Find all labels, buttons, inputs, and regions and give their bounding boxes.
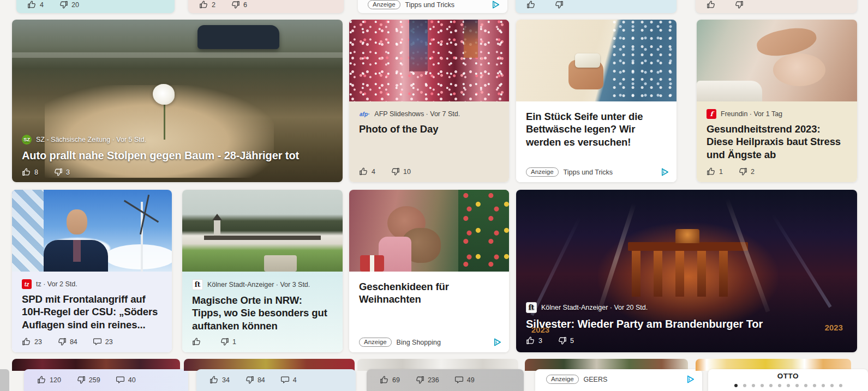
carousel-dot[interactable]	[804, 384, 807, 387]
article-title[interactable]: Photo of the Day	[359, 123, 499, 135]
ad-body: Geschenkideen für Weihnachten Anzeige Bi…	[349, 272, 509, 352]
like-button[interactable]	[526, 0, 539, 9]
source-text: tz · Vor 2 Std.	[36, 280, 77, 288]
publisher-logo-freundin: f	[707, 109, 716, 119]
carousel-dot[interactable]	[839, 384, 842, 387]
like-button[interactable]: 8	[22, 167, 38, 177]
news-card-nrw[interactable]: ſt Kölner Stadt-Anzeiger · Vor 3 Std. Ma…	[182, 190, 343, 352]
ad-advertiser: Tipps und Tricks	[564, 169, 613, 176]
ad-card-geschenkideen[interactable]: Geschenkideen für Weihnachten Anzeige Bi…	[349, 190, 509, 352]
news-card-partial-4[interactable]	[696, 0, 857, 13]
carousel-dot[interactable]	[761, 384, 764, 387]
news-card-gesundheit[interactable]: f Freundin · Vor 1 Tag Gesundheitstrend …	[697, 20, 857, 182]
like-button[interactable]	[707, 0, 719, 9]
like-button[interactable]: 4	[27, 0, 44, 9]
carousel-dot[interactable]	[769, 384, 773, 387]
carousel-dot[interactable]	[743, 384, 746, 387]
ad-title[interactable]: Ein Stück Seife unter die Bettwäsche leg…	[526, 110, 667, 148]
ad-card-seife[interactable]: Ein Stück Seife unter die Bettwäsche leg…	[516, 20, 677, 182]
thumb-down-icon	[57, 337, 67, 346]
comments-button[interactable]: 4	[280, 375, 297, 384]
carousel-dot[interactable]	[752, 384, 755, 387]
ad-image	[349, 190, 509, 272]
like-button[interactable]: 3	[526, 336, 542, 345]
dislike-button[interactable]: 10	[391, 167, 411, 176]
ad-footer: Anzeige GEERS	[546, 374, 696, 384]
carousel-dot[interactable]	[813, 384, 816, 387]
reaction-panel-1[interactable]: 120 259 40	[24, 369, 188, 391]
news-card-partial-2[interactable]: 2 6	[188, 0, 344, 13]
carousel-dot-active[interactable]	[734, 384, 738, 387]
dislike-button[interactable]: 84	[245, 375, 265, 384]
ad-panel-otto[interactable]: OTTO	[708, 369, 868, 391]
article-title[interactable]: Silvester: Wieder Party am Brandenburger…	[526, 317, 847, 331]
news-card-photo-of-day[interactable]: afp· AFP Slideshows · Vor 7 Std. Photo o…	[349, 20, 509, 182]
dislike-count: 259	[89, 376, 100, 384]
thumb-down-icon	[76, 375, 86, 384]
like-button[interactable]: 2	[199, 0, 215, 9]
dislike-button[interactable]: 5	[558, 336, 574, 345]
dislike-button[interactable]: 6	[231, 0, 247, 9]
article-overlay: ſt Kölner Stadt-Anzeiger · Vor 20 Std. S…	[526, 302, 847, 345]
carousel-dots[interactable]	[708, 384, 868, 387]
thumb-up-icon	[27, 0, 37, 9]
dislike-button[interactable]: 1	[220, 337, 236, 346]
thumb-up-icon	[199, 0, 208, 9]
like-button[interactable]: 34	[209, 375, 230, 384]
reaction-bar: 8 3	[22, 167, 333, 177]
dislike-button[interactable]: 84	[57, 337, 77, 346]
dislike-count: 3	[66, 169, 70, 176]
like-button[interactable]: 120	[37, 375, 61, 384]
adchoices-icon[interactable]	[492, 337, 502, 347]
comments-button[interactable]: 49	[454, 375, 475, 384]
ad-panel-geers[interactable]: Anzeige GEERS	[535, 369, 702, 391]
dislike-button[interactable]: 236	[415, 375, 439, 384]
reaction-panel-3[interactable]: 69 236 49	[367, 369, 524, 391]
ad-brand: OTTO	[708, 372, 868, 380]
carousel-dot[interactable]	[795, 384, 799, 387]
carousel-dot[interactable]	[778, 384, 781, 387]
carousel-dot[interactable]	[822, 384, 825, 387]
publisher-logo-sz: SZ	[22, 135, 32, 145]
article-title[interactable]: Auto prallt nahe Stolpen gegen Baum - 28…	[22, 149, 333, 163]
comments-button[interactable]: 40	[116, 375, 136, 384]
article-title[interactable]: Gesundheitstrend 2023: Diese Heilpraxis …	[707, 123, 847, 161]
like-button[interactable]	[192, 337, 205, 346]
comment-icon	[454, 375, 464, 384]
dislike-count: 84	[70, 338, 77, 346]
thumb-up-icon	[526, 336, 535, 345]
news-card-stolpen[interactable]: SZ SZ - Sächsische Zeitung · Vor 5 Std. …	[12, 20, 343, 182]
adchoices-icon[interactable]	[490, 0, 501, 10]
article-title[interactable]: SPD mit Frontalangriff auf 10H-Regel der…	[22, 293, 162, 331]
thumb-up-icon	[209, 375, 219, 384]
ad-badge: Anzeige	[526, 167, 559, 177]
adchoices-icon[interactable]	[660, 167, 670, 177]
publisher-logo-tz: tz	[22, 279, 32, 289]
article-title[interactable]: Magische Orte in NRW: Tipps, wo Sie beso…	[192, 294, 333, 332]
partial-panel-edge	[0, 369, 9, 391]
carousel-dot[interactable]	[830, 384, 834, 387]
dislike-button[interactable]: 2	[738, 167, 755, 176]
like-button[interactable]: 69	[380, 375, 400, 384]
news-card-partial-1[interactable]: 4 20	[16, 0, 175, 13]
source-row: tz tz · Vor 2 Std.	[22, 279, 162, 289]
reaction-panel-2[interactable]: 34 84 4	[196, 369, 356, 391]
carousel-dot[interactable]	[787, 384, 790, 387]
news-card-spd[interactable]: tz tz · Vor 2 Std. SPD mit Frontalangrif…	[12, 190, 172, 352]
ad-advertiser: GEERS	[584, 376, 608, 383]
dislike-button[interactable]: 259	[76, 375, 100, 384]
dislike-button[interactable]: 3	[53, 167, 70, 177]
like-button[interactable]: 23	[22, 337, 42, 346]
ad-title[interactable]: Geschenkideen für Weihnachten	[359, 280, 499, 306]
like-button[interactable]: 4	[359, 167, 375, 176]
ad-body: Ein Stück Seife unter die Bettwäsche leg…	[516, 101, 677, 182]
comments-button[interactable]: 23	[93, 337, 113, 346]
like-button[interactable]: 1	[707, 167, 723, 176]
adchoices-icon[interactable]	[685, 374, 696, 384]
news-card-silvester[interactable]: 2023 2023 ſt Kölner Stadt-Anzeiger · Vor…	[516, 190, 857, 352]
dislike-button[interactable]: 20	[59, 0, 79, 9]
ad-card-partial[interactable]: Anzeige Tipps und Tricks	[358, 0, 507, 13]
news-card-partial-3[interactable]	[516, 0, 677, 13]
dislike-button[interactable]	[554, 0, 567, 9]
dislike-button[interactable]	[734, 0, 747, 9]
